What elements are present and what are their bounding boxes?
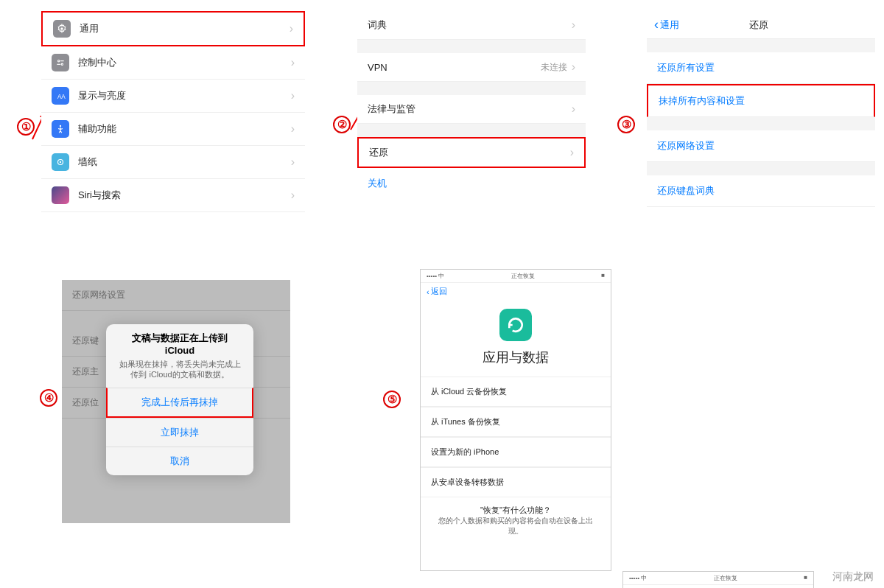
footer-text: "恢复"有什么功能？ 您的个人数据和购买的内容将会自动在设备上出现。	[421, 497, 611, 544]
finish-upload-button[interactable]: 完成上传后再抹掉	[106, 388, 253, 418]
svg-point-0	[60, 27, 63, 30]
footer-question: "恢复"有什么功能？	[435, 505, 596, 516]
row-label: 还原	[369, 146, 570, 159]
row-shutdown[interactable]: 关机	[357, 168, 586, 199]
step-badge-1: ①	[17, 118, 35, 136]
chevron-right-icon: ›	[291, 155, 295, 169]
erase-all-content[interactable]: 抹掉所有内容和设置	[647, 84, 875, 117]
settings-panel-2: 词典 › VPN 未连接 › 法律与监管 › 还原 › 关机	[357, 11, 586, 199]
reset-keyboard[interactable]: 还原键盘词典	[647, 175, 875, 207]
step-badge-3: ③	[617, 116, 635, 133]
chevron-right-icon: ›	[570, 146, 574, 159]
row-label: 辅助功能	[78, 122, 291, 136]
svg-point-6	[60, 125, 61, 127]
row-siri[interactable]: Siri与搜索 ›	[41, 179, 305, 212]
status-bar: ••••• 中 正在恢复 ■	[421, 270, 611, 283]
chevron-left-icon: ‹	[427, 287, 429, 296]
chevron-right-icon: ›	[572, 18, 575, 32]
chevron-right-icon: ›	[291, 122, 295, 136]
section-gap	[357, 40, 586, 53]
status-label: 正在恢复	[511, 272, 535, 280]
row-label: 显示与亮度	[78, 89, 291, 102]
dialog-body: 如果现在抹掉，将丢失尚未完成上传到 iCloud的文稿和数据。	[106, 357, 253, 388]
nav-title: 还原	[650, 18, 868, 32]
back-label: 返回	[431, 286, 447, 297]
row-label: 词典	[368, 18, 572, 32]
restore-itunes-option[interactable]: 从 iTunes 备份恢复	[421, 407, 611, 437]
row-dictionary[interactable]: 词典 ›	[357, 11, 586, 40]
row-label: 控制中心	[78, 56, 291, 69]
section-gap	[647, 39, 875, 52]
footer-desc: 您的个人数据和购买的内容将会自动在设备上出现。	[435, 516, 596, 536]
svg-point-3	[61, 63, 63, 65]
carrier-label: ••••• 中	[427, 272, 444, 280]
row-value: 未连接	[541, 61, 567, 74]
erase-now-button[interactable]: 立即抹掉	[106, 418, 253, 447]
dialog-panel-4: 还原网络设置 还原键 还原主 还原位 文稿与数据正在上传到 iCloud 如果现…	[62, 280, 290, 523]
settings-panel-1: 通用 › 控制中心 › AA 显示与亮度 › 辅助功能 › 墙纸 › Siri与…	[41, 11, 305, 212]
svg-text:AA: AA	[57, 94, 66, 100]
reset-all-settings[interactable]: 还原所有设置	[647, 52, 875, 84]
page-title: 应用与数据	[421, 346, 611, 377]
row-legal[interactable]: 法律与监管 ›	[357, 95, 586, 124]
icloud-upload-dialog: 文稿与数据正在上传到 iCloud 如果现在抹掉，将丢失尚未完成上传到 iClo…	[106, 324, 253, 475]
chevron-right-icon: ›	[291, 89, 295, 102]
chevron-right-icon: ›	[291, 56, 295, 69]
battery-icon: ■	[804, 574, 807, 582]
chevron-right-icon: ›	[290, 22, 293, 35]
section-gap	[647, 162, 875, 175]
row-label: Siri与搜索	[78, 189, 291, 202]
status-label: 正在恢复	[714, 574, 737, 582]
wallpaper-icon	[52, 153, 69, 171]
phone-panel-5a: ••••• 中 正在恢复 ■ ‹ 返回 应用与数据 从 iCloud 云备份恢复…	[420, 269, 611, 571]
battery-icon: ■	[601, 272, 605, 280]
step-badge-5: ⑤	[383, 391, 401, 408]
gear-icon	[53, 20, 71, 38]
reset-network[interactable]: 还原网络设置	[647, 130, 875, 162]
row-wallpaper[interactable]: 墙纸 ›	[41, 146, 305, 179]
move-android-option[interactable]: 从安卓设备转移数据	[421, 467, 611, 497]
row-label: 通用	[80, 22, 290, 35]
svg-point-1	[58, 60, 60, 62]
bg-row: 还原网络设置	[62, 280, 290, 311]
page-title: 从 iCloud 恢复	[623, 585, 813, 588]
chevron-right-icon: ›	[291, 189, 295, 202]
cancel-button[interactable]: 取消	[106, 447, 253, 475]
step-badge-2: ②	[333, 116, 351, 133]
row-display[interactable]: AA 显示与亮度 ›	[41, 80, 305, 113]
phone-panel-5b: ••••• 中 正在恢复 ■ 从 iCloud 恢复 剩余时间：大约 6 分钟	[622, 571, 814, 588]
svg-point-8	[60, 161, 61, 163]
restore-icloud-option[interactable]: 从 iCloud 云备份恢复	[421, 377, 611, 407]
row-label: 墙纸	[78, 155, 291, 169]
row-label: 法律与监管	[368, 102, 572, 116]
section-gap	[357, 124, 586, 137]
chevron-right-icon: ›	[572, 60, 575, 74]
accessibility-icon	[52, 120, 69, 138]
row-label: 关机	[368, 178, 387, 189]
row-accessibility[interactable]: 辅助功能 ›	[41, 113, 305, 146]
section-gap	[357, 82, 586, 95]
app-data-icon	[499, 309, 532, 341]
watermark: 河南龙网	[832, 570, 874, 584]
dialog-title: 文稿与数据正在上传到 iCloud	[106, 324, 253, 357]
nav-header: ‹ 通用 还原	[647, 11, 875, 39]
setup-new-option[interactable]: 设置为新的 iPhone	[421, 437, 611, 467]
step-badge-4: ④	[40, 389, 57, 407]
row-general[interactable]: 通用 ›	[41, 11, 305, 46]
switches-icon	[52, 54, 69, 71]
chevron-right-icon: ›	[572, 102, 575, 116]
row-vpn[interactable]: VPN 未连接 ›	[357, 53, 586, 82]
brightness-icon: AA	[52, 87, 69, 105]
row-label: VPN	[368, 62, 541, 73]
status-bar: ••••• 中 正在恢复 ■	[623, 572, 813, 585]
back-button[interactable]: ‹ 返回	[421, 283, 611, 300]
siri-icon	[52, 186, 69, 204]
section-gap	[647, 117, 875, 130]
settings-panel-3: ‹ 通用 还原 还原所有设置 抹掉所有内容和设置 还原网络设置 还原键盘词典	[647, 11, 875, 207]
row-reset[interactable]: 还原 ›	[357, 137, 586, 168]
row-control-center[interactable]: 控制中心 ›	[41, 46, 305, 80]
carrier-label: ••••• 中	[629, 574, 647, 582]
